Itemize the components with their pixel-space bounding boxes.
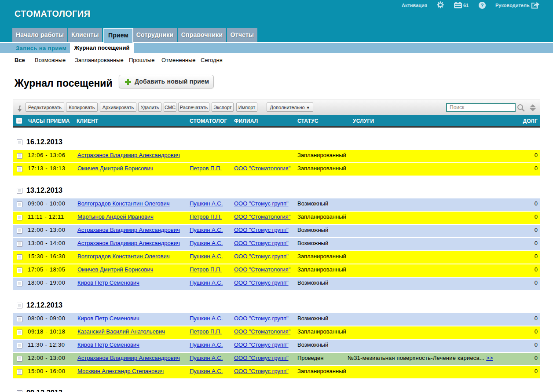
svg-text:?: ?: [480, 3, 483, 8]
